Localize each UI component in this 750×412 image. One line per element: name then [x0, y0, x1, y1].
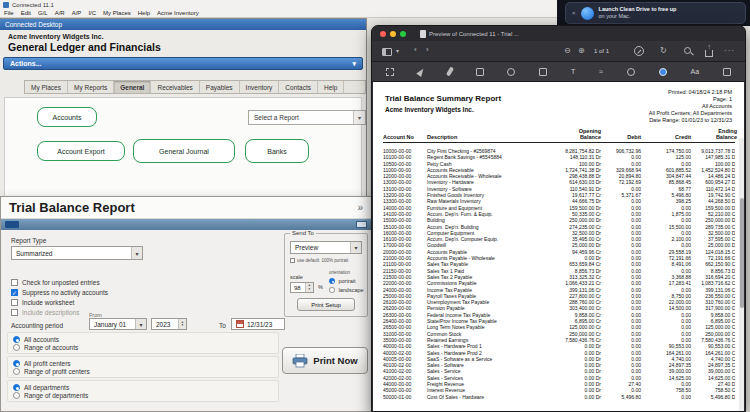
send-to-dropdown[interactable]: Preview ▾ — [290, 241, 362, 254]
notification-close-icon[interactable]: × — [572, 10, 576, 16]
desktop-window-titlebar[interactable]: Connected Desktop — [0, 19, 366, 30]
tab-inventory[interactable]: Inventory — [240, 81, 280, 93]
tab-payables[interactable]: Payables — [200, 81, 240, 93]
scrollbar-thumb[interactable] — [740, 198, 744, 308]
document-scrollbar[interactable] — [739, 138, 744, 411]
report-type-dropdown[interactable]: Summarized ▾ — [11, 246, 143, 260]
lasso-tool-icon[interactable] — [507, 68, 515, 76]
menu-item-file[interactable]: File — [4, 10, 14, 16]
menu-item-g-l[interactable]: G/L — [38, 10, 48, 16]
radio-button[interactable] — [329, 287, 335, 293]
banks-button[interactable]: Banks — [245, 139, 309, 163]
print-now-button[interactable]: Print Now — [282, 347, 368, 374]
checkbox-box[interactable] — [11, 299, 18, 306]
tab-my-reports[interactable]: My Reports — [68, 81, 114, 93]
radio-range-of-profit-centers[interactable]: Range of profit centers — [13, 368, 273, 375]
checkbox-include-worksheet[interactable]: Include worksheet — [11, 299, 191, 306]
notification-toast[interactable]: × Launch Clean Drive to free up on your … — [565, 2, 746, 24]
account-export-button[interactable]: Account Export — [37, 141, 125, 161]
signature-tool-icon[interactable]: ≈ — [599, 68, 603, 75]
spin-down-icon[interactable]: ▾ — [182, 324, 184, 328]
menu-item-help[interactable]: Help — [138, 10, 150, 16]
tab-receivables[interactable]: Receivables — [151, 81, 199, 93]
selection-tool-icon[interactable] — [386, 68, 394, 76]
spinner-arrows-icon[interactable]: ▴ ▾ — [178, 319, 186, 329]
radio-button[interactable] — [13, 384, 20, 391]
menu-item-i-c[interactable]: I/C — [88, 10, 96, 16]
highlighter-tool-icon[interactable] — [446, 67, 454, 77]
calendar-icon[interactable] — [236, 320, 244, 328]
radio-button[interactable] — [13, 360, 20, 367]
share-icon[interactable] — [705, 50, 713, 57]
spin-down-icon[interactable]: ▾ — [309, 288, 311, 292]
preview-titlebar[interactable]: Preview of Connected 11 - Trial ... — [372, 26, 745, 41]
menu-item-acme-inventory[interactable]: Acme Inventory — [157, 10, 199, 16]
note-tool-icon[interactable] — [723, 68, 731, 76]
radio-all-departments[interactable]: All departments — [13, 384, 273, 391]
clean-drive-app-icon — [581, 7, 594, 20]
line-style-icon[interactable] — [627, 68, 635, 76]
print-setup-button[interactable]: Print Setup — [297, 298, 355, 311]
checkbox-box[interactable] — [11, 279, 18, 286]
screen: Connected 11.1 FileEditG/LA/RA/PI/CMy Pl… — [0, 0, 750, 412]
menu-item-a-r[interactable]: A/R — [55, 10, 65, 16]
menu-item-my-places[interactable]: My Places — [103, 10, 131, 16]
tab-general[interactable]: General — [114, 81, 151, 93]
shapes-tool-icon[interactable] — [539, 68, 547, 76]
spinner-arrows-icon[interactable]: ▴ ▾ — [305, 283, 313, 292]
more-options-icon[interactable]: ··· — [724, 46, 735, 55]
markup-icon[interactable] — [634, 46, 644, 56]
chevron-down-icon[interactable]: ▾ — [396, 47, 399, 54]
minimize-window-button[interactable] — [390, 31, 396, 37]
dialog-titlebar[interactable]: Trial Balance Report » — [1, 197, 371, 219]
radio-button[interactable] — [13, 344, 20, 351]
general-journal-button[interactable]: General Journal — [133, 139, 235, 163]
tab-my-places[interactable]: My Places — [25, 81, 68, 93]
radio-button[interactable] — [329, 278, 335, 284]
font-tool-icon[interactable]: Aa — [691, 68, 700, 75]
to-date-field[interactable]: 12/31/23 — [231, 318, 285, 330]
back-icon[interactable]: ‹ — [414, 45, 417, 54]
forward-icon[interactable]: › — [426, 45, 429, 54]
pen-tool-icon[interactable] — [416, 67, 426, 77]
menu-item-a-p[interactable]: A/P — [72, 10, 82, 16]
checkbox-box[interactable] — [11, 309, 18, 316]
radio-all-accounts[interactable]: All accounts — [13, 336, 273, 343]
text-tool-icon[interactable]: T — [571, 68, 575, 75]
tab-contacts[interactable]: Contacts — [279, 81, 318, 93]
panel-icon[interactable] — [356, 221, 367, 228]
checkbox-suppress-no-activity-accounts[interactable]: ✓Suppress no activity accounts — [11, 289, 191, 296]
close-window-button[interactable] — [380, 31, 386, 37]
zoom-out-icon[interactable]: ⊖ — [564, 46, 571, 55]
tab-help[interactable]: Help — [318, 81, 344, 93]
menu-item-edit[interactable]: Edit — [21, 10, 31, 16]
accounts-button[interactable]: Accounts — [37, 107, 97, 127]
checkbox-check-for-unposted-entries[interactable]: Check for unposted entries — [11, 279, 191, 286]
search-icon[interactable] — [684, 47, 691, 54]
eraser-tool-icon[interactable] — [476, 68, 484, 76]
checkbox-box[interactable] — [290, 258, 295, 263]
radio-range-of-departments[interactable]: Range of departments — [13, 392, 273, 399]
radio-landscape[interactable]: landscape — [329, 287, 364, 293]
color-picker-icon[interactable] — [659, 68, 667, 76]
sidebar-toggle-icon[interactable] — [382, 48, 392, 56]
actions-menu-bar[interactable]: Actions... ▾ — [3, 57, 363, 70]
rotate-icon[interactable]: ↻ — [660, 46, 667, 55]
checkbox-box[interactable]: ✓ — [11, 289, 18, 296]
notification-text: Launch Clean Drive to free up on your Ma… — [599, 6, 677, 20]
radio-range-of-accounts[interactable]: Range of accounts — [13, 344, 273, 351]
from-month-dropdown[interactable]: January 01 ▾ — [89, 318, 147, 330]
radio-button[interactable] — [13, 336, 20, 343]
radio-button[interactable] — [13, 392, 20, 399]
zoom-in-icon[interactable]: ⊕ — [578, 46, 585, 55]
scale-stepper[interactable]: 98 ▴ ▾ — [290, 282, 314, 293]
from-year-stepper[interactable]: 2023 ▴ ▾ — [151, 318, 187, 330]
radio-portrait[interactable]: portrait — [329, 278, 364, 284]
report-select-dropdown[interactable]: Select a Report ▾ — [248, 110, 366, 125]
use-default-checkbox[interactable]: use default: 100% portrait — [290, 258, 348, 263]
expand-panel-icon[interactable]: » — [357, 202, 363, 213]
pin-icon[interactable] — [5, 221, 19, 228]
radio-button[interactable] — [13, 368, 20, 375]
radio-all-profit-centers[interactable]: All profit centers — [13, 360, 273, 367]
zoom-window-button[interactable] — [400, 31, 406, 37]
